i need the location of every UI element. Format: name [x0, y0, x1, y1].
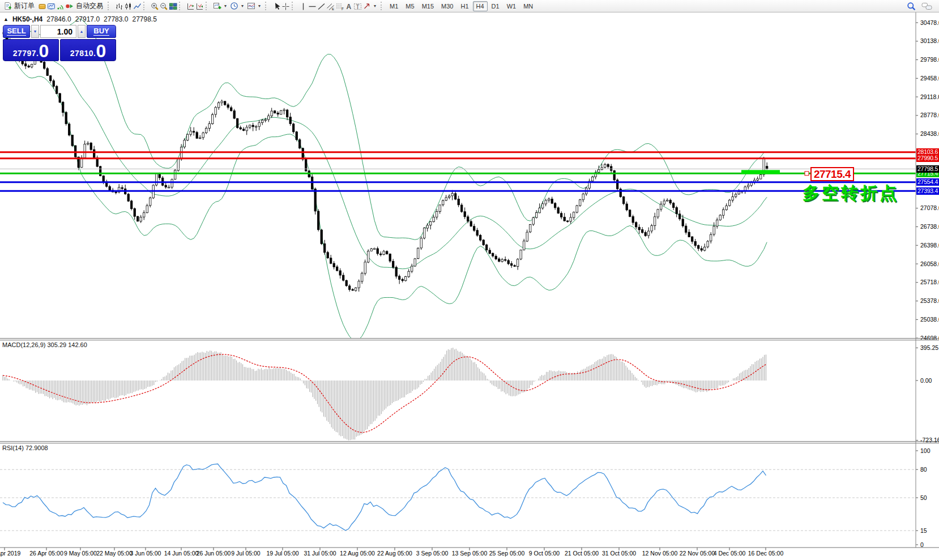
svg-text:29118.0: 29118.0 [920, 93, 939, 100]
dropdown-arrow-icon: ▾ [374, 3, 376, 8]
volume-input[interactable] [40, 25, 76, 38]
chat-icon[interactable] [921, 2, 931, 10]
trend-line-icon[interactable] [315, 2, 325, 10]
search-icon[interactable] [907, 2, 916, 10]
svg-text:29798.0: 29798.0 [920, 56, 939, 63]
svg-text:19 Jul 05:00: 19 Jul 05:00 [266, 550, 298, 557]
sell-price-display[interactable]: 27797. 0 [3, 39, 59, 61]
toolbar-grip [206, 2, 209, 10]
svg-text:12 Nov 05:00: 12 Nov 05:00 [642, 550, 678, 557]
chart-candles-icon[interactable] [122, 2, 131, 10]
highlight-bar[interactable] [741, 170, 780, 174]
axis-price-label: 27393.4 [916, 187, 939, 195]
chart-bars-icon[interactable] [113, 2, 122, 10]
svg-text:21 Oct 05:00: 21 Oct 05:00 [565, 550, 599, 557]
add-indicator-button[interactable]: ▾ [211, 1, 228, 11]
charts-monitor-icon[interactable] [45, 2, 54, 10]
timeframe-button-MN[interactable]: MN [520, 1, 536, 11]
svg-text:0: 0 [920, 541, 924, 548]
buy-price-display[interactable]: 27810. 0 [60, 39, 116, 61]
svg-text:22 Nov 05:00: 22 Nov 05:00 [680, 550, 715, 557]
toolbar-grip [108, 2, 111, 10]
svg-text:9 Jul 05:00: 9 Jul 05:00 [231, 550, 261, 557]
svg-text:22 Aug 05:00: 22 Aug 05:00 [377, 550, 412, 557]
gold-box-icon[interactable] [36, 2, 45, 10]
timeframe-button-D1[interactable]: D1 [488, 1, 503, 11]
svg-text:26398.0: 26398.0 [920, 242, 939, 249]
chart-template-icon [247, 2, 256, 10]
ohlc-close: 27798.5 [132, 15, 156, 23]
pivot-annotation-text[interactable]: 多空转折点 [803, 182, 899, 205]
svg-text:T: T [356, 4, 360, 10]
svg-text:26 Jun 05:00: 26 Jun 05:00 [197, 550, 231, 557]
buy-button[interactable]: BUY [87, 25, 116, 38]
svg-text:A: A [347, 3, 352, 11]
sell-button[interactable]: SELL [3, 25, 30, 38]
timeframe-button-M15[interactable]: M15 [419, 1, 437, 11]
svg-text:25038.0: 25038.0 [920, 316, 939, 323]
rsi-line [3, 464, 766, 531]
dropdown-arrow-icon: ▾ [258, 3, 261, 8]
chart-symbol-period: HK50-,H4 [12, 15, 42, 23]
timeframe-button-H4[interactable]: H4 [473, 1, 488, 11]
dropdown-arrow-icon: ▾ [241, 3, 244, 8]
toolbar: 新订单 自动交易 [0, 0, 939, 12]
svg-text:9 Oct 05:00: 9 Oct 05:00 [529, 550, 560, 557]
timeframe-button-M1[interactable]: M1 [386, 1, 402, 11]
timeframe-button-W1[interactable]: W1 [503, 1, 520, 11]
macd-panel [3, 348, 766, 441]
axis-price-label: 27990.5 [916, 155, 939, 162]
signal-icon[interactable] [54, 2, 63, 10]
new-order-label: 新订单 [14, 1, 35, 11]
ohlc-high: 27917.0 [75, 15, 100, 23]
cursor-icon[interactable] [271, 2, 280, 10]
rsi-label: RSI(14) 72.9008 [2, 444, 48, 451]
equidistant-channel-icon[interactable]: E [325, 2, 334, 10]
timeframe-group: M1M5M15M30H1H4D1W1MN [386, 1, 536, 11]
one-click-trading-panel: SELL ▼ ▲ BUY 27797. 0 27810. 0 [3, 25, 116, 61]
autotrading-button[interactable]: 自动交易 [63, 1, 105, 11]
svg-text:12 Apr 2019: 12 Apr 2019 [0, 550, 20, 557]
svg-text:100: 100 [920, 447, 931, 454]
text-icon[interactable]: A [343, 2, 352, 10]
periods-button[interactable]: ▾ [228, 1, 245, 11]
fibonacci-icon[interactable]: F [334, 2, 343, 10]
price-panel [0, 19, 916, 341]
horizontal-line-icon[interactable] [306, 2, 315, 10]
chart-header: ▲ HK50-,H4 27846.0 27917.0 27783.0 27798… [3, 15, 157, 23]
new-order-button[interactable]: 新订单 [2, 1, 36, 11]
timeframe-button-M30[interactable]: M30 [438, 1, 456, 11]
chart-canvas[interactable]: 30478.030138.029798.029458.029118.028778… [0, 12, 939, 560]
indicator-window-next-icon[interactable] [185, 2, 194, 10]
toolbar-grip [179, 2, 182, 10]
svg-text:31 Oct 05:00: 31 Oct 05:00 [602, 550, 636, 557]
autotrading-label: 自动交易 [76, 1, 103, 11]
ohlc-low: 27783.0 [104, 15, 128, 23]
zoom-in-icon[interactable] [149, 2, 158, 10]
crosshair-icon[interactable] [280, 2, 289, 10]
svg-text:0.00: 0.00 [920, 377, 932, 384]
chart-line-icon[interactable] [131, 2, 140, 10]
arrows-button[interactable]: ▾ [361, 1, 378, 11]
buy-price-main: 27810. [70, 49, 96, 57]
timeframe-button-H1[interactable]: H1 [457, 1, 472, 11]
collapse-trade-panel-icon[interactable]: ▲ [3, 16, 8, 22]
svg-text:9 May 05:00: 9 May 05:00 [64, 550, 97, 557]
timeframe-button-M5[interactable]: M5 [402, 1, 417, 11]
sell-price-main: 27797. [13, 49, 39, 57]
line-handle[interactable] [805, 172, 809, 176]
candlesticks [3, 31, 768, 292]
vertical-line-icon[interactable] [297, 2, 306, 10]
svg-text:28438.0: 28438.0 [920, 130, 939, 137]
svg-text:-723.16: -723.16 [920, 437, 939, 443]
text-label-icon[interactable]: T [352, 2, 361, 10]
indicator-window-prev-icon[interactable] [194, 2, 203, 10]
svg-text:50: 50 [920, 494, 927, 501]
svg-text:31 Jul 05:00: 31 Jul 05:00 [304, 550, 336, 557]
tile-windows-icon[interactable] [167, 2, 176, 10]
zoom-out-icon[interactable] [158, 2, 167, 10]
price-callout-box[interactable]: 27715.4 [810, 167, 854, 181]
template-button[interactable]: ▾ [245, 1, 262, 11]
volume-decrease-button[interactable]: ▼ [31, 25, 39, 38]
volume-increase-button[interactable]: ▲ [78, 25, 86, 38]
